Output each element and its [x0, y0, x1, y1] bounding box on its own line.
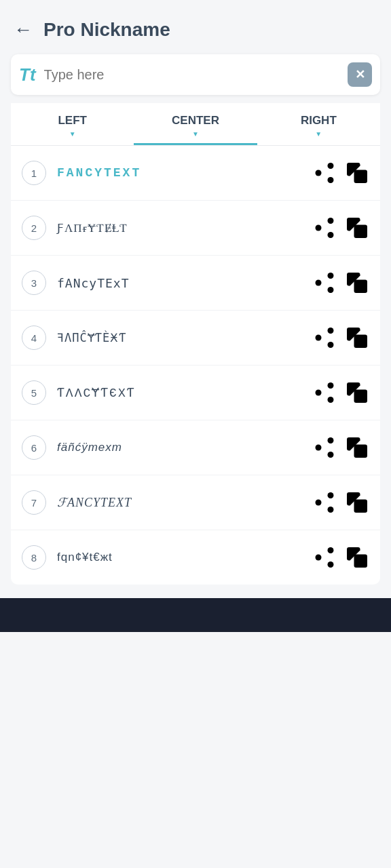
copy-button-8[interactable]: [345, 545, 369, 570]
copy-icon: [345, 380, 369, 405]
svg-point-24: [328, 382, 334, 389]
share-button-3[interactable]: [312, 271, 337, 295]
item-number-3: 3: [22, 271, 46, 295]
svg-point-1: [316, 170, 322, 176]
tab-left[interactable]: LEFT ▼: [11, 103, 134, 145]
tab-right-arrow: ▼: [315, 130, 322, 138]
item-actions-2: [312, 216, 369, 240]
copy-icon: [345, 161, 369, 185]
svg-line-27: [321, 394, 328, 398]
list-item[interactable]: 2 ƑΛПᵲɎƬɆⱠƬ: [11, 201, 380, 256]
share-button-7[interactable]: [312, 490, 337, 515]
item-number-1: 1: [22, 161, 46, 185]
share-button-8[interactable]: [312, 545, 337, 570]
item-text-1: FANCYTEXT: [57, 166, 307, 180]
copy-button-2[interactable]: [345, 216, 369, 240]
share-button-2[interactable]: [312, 216, 337, 240]
list-item[interactable]: 7 ℱANCYTEXT: [11, 475, 380, 530]
list-item[interactable]: 4 ꟻΛПĈɎƬЀӾƬ: [11, 311, 380, 366]
item-actions-7: [312, 490, 369, 515]
tabs-container: LEFT ▼ CENTER ▼ RIGHT ▼: [11, 103, 380, 146]
item-number-4: 4: [22, 326, 46, 350]
svg-point-37: [316, 500, 322, 506]
share-icon: [312, 545, 337, 570]
item-text-2: ƑΛПᵲɎƬɆⱠƬ: [57, 221, 307, 235]
svg-point-8: [328, 232, 334, 238]
svg-line-28: [321, 387, 328, 391]
copy-button-4[interactable]: [345, 326, 369, 350]
list-item[interactable]: 6 fäñćÿтeхт: [11, 420, 380, 475]
svg-line-15: [321, 284, 328, 288]
share-icon: [312, 161, 337, 185]
share-button-4[interactable]: [312, 326, 337, 350]
copy-icon: [345, 435, 369, 460]
share-icon: [312, 380, 337, 405]
svg-point-42: [328, 547, 334, 553]
svg-line-21: [321, 339, 328, 343]
list-item[interactable]: 3 fANcyTExT: [11, 256, 380, 311]
svg-point-18: [328, 328, 334, 334]
svg-point-6: [328, 218, 334, 224]
item-text-3: fANcyTExT: [57, 276, 307, 290]
svg-rect-35: [354, 445, 368, 458]
item-number-7: 7: [22, 490, 46, 515]
copy-icon: [345, 545, 369, 570]
item-actions-6: [312, 435, 369, 460]
item-text-8: fqn¢¥t€жt: [57, 551, 307, 564]
share-button-1[interactable]: [312, 161, 337, 185]
svg-point-44: [328, 561, 334, 568]
copy-icon: [345, 326, 369, 350]
copy-button-7[interactable]: [345, 490, 369, 515]
copy-button-1[interactable]: [345, 161, 369, 185]
svg-rect-17: [354, 280, 368, 294]
header: ← Pro Nickname: [0, 0, 391, 54]
item-actions-3: [312, 271, 369, 295]
copy-button-6[interactable]: [345, 435, 369, 460]
item-actions-1: [312, 161, 369, 185]
svg-point-30: [328, 437, 334, 443]
share-button-5[interactable]: [312, 380, 337, 405]
item-number-2: 2: [22, 216, 46, 240]
page-title: Pro Nickname: [43, 19, 170, 41]
svg-rect-11: [354, 225, 368, 239]
copy-button-3[interactable]: [345, 271, 369, 295]
item-number-8: 8: [22, 545, 46, 570]
svg-point-25: [316, 390, 322, 396]
share-icon: [312, 326, 337, 350]
svg-point-2: [328, 177, 334, 183]
svg-line-10: [321, 222, 328, 226]
share-icon: [312, 216, 337, 240]
tab-right[interactable]: RIGHT ▼: [257, 103, 380, 145]
svg-line-45: [321, 559, 328, 563]
svg-point-0: [328, 163, 334, 169]
svg-point-14: [328, 287, 334, 293]
svg-point-20: [328, 342, 334, 348]
copy-icon: [345, 216, 369, 240]
item-actions-8: [312, 545, 369, 570]
svg-point-7: [316, 225, 322, 231]
list-item[interactable]: 5 ƬΛΛCɎƬЄХƬ: [11, 366, 380, 420]
svg-rect-47: [354, 555, 368, 568]
tab-center-arrow: ▼: [192, 130, 199, 138]
svg-point-26: [328, 397, 334, 403]
item-actions-5: [312, 380, 369, 405]
item-text-6: fäñćÿтeхт: [57, 441, 307, 454]
back-button[interactable]: ←: [14, 20, 33, 39]
clear-button[interactable]: ✕: [348, 62, 372, 87]
svg-line-46: [321, 552, 328, 556]
svg-point-19: [316, 335, 322, 341]
svg-line-22: [321, 332, 328, 336]
copy-button-5[interactable]: [345, 380, 369, 405]
search-input[interactable]: [44, 67, 348, 83]
svg-point-36: [328, 492, 334, 498]
svg-point-13: [316, 280, 322, 286]
item-text-5: ƬΛΛCɎƬЄХƬ: [57, 385, 307, 400]
list-item[interactable]: 1 FANCYTEXT: [11, 146, 380, 201]
svg-line-3: [321, 174, 328, 178]
copy-icon: [345, 490, 369, 515]
share-button-6[interactable]: [312, 435, 337, 460]
svg-rect-41: [354, 500, 368, 513]
svg-line-40: [321, 497, 328, 501]
tab-center[interactable]: CENTER ▼: [134, 103, 257, 145]
list-item[interactable]: 8 fqn¢¥t€жt: [11, 530, 380, 585]
